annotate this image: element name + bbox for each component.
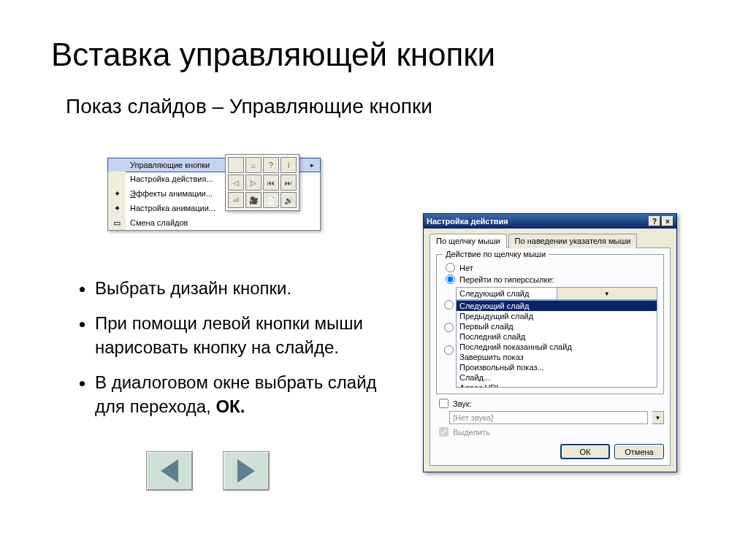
radio-label: Перейти по гиперссылке:: [459, 275, 554, 284]
slide-title: Вставка управляющей кнопки: [51, 37, 748, 73]
help-button[interactable]: ?: [649, 216, 660, 226]
transition-icon: ▭: [108, 215, 126, 230]
list-option[interactable]: Последний слайд: [457, 331, 657, 342]
star-icon: ✦: [108, 201, 126, 215]
highlight-row: Выделить: [439, 427, 664, 437]
dialog-tabs: По щелчку мыши По наведении указателя мы…: [430, 233, 671, 248]
dialog-footer: ОК Отмена: [436, 440, 664, 459]
palette-forward-icon[interactable]: ▷: [245, 174, 262, 191]
sound-combo-row: [Нет звука] ▼: [449, 411, 664, 424]
dialog-title: Настройка действия: [427, 217, 508, 226]
chevron-down-icon[interactable]: ▼: [557, 288, 657, 299]
prev-slide-button[interactable]: [146, 451, 193, 491]
highlight-label: Выделить: [453, 428, 490, 437]
highlight-checkbox: [439, 427, 449, 437]
palette-movie-icon[interactable]: 🎥: [245, 192, 262, 208]
list-option[interactable]: Последний показанный слайд: [457, 342, 657, 352]
palette-home-icon[interactable]: ⌂: [245, 157, 262, 173]
menu-label: Смена слайдов: [130, 218, 188, 227]
chevron-down-icon: ▼: [652, 411, 664, 424]
list-option[interactable]: Произвольный показ...: [457, 362, 657, 372]
list-option[interactable]: Слайд...: [457, 372, 657, 383]
list-option[interactable]: Первый слайд: [457, 321, 657, 331]
action-settings-dialog: Настройка действия ? × По щелчку мыши По…: [423, 213, 677, 472]
sound-combo: [Нет звука]: [449, 411, 648, 424]
menu-label: Настройка анимации...: [130, 204, 215, 212]
list-option[interactable]: Адрес URL...: [457, 383, 657, 388]
list-item: В диалоговом окне выбрать слайд для пере…: [95, 371, 402, 418]
groupbox-label: Действие по щелчку мыши: [443, 250, 549, 258]
sound-checkbox[interactable]: [439, 399, 449, 408]
radio-input[interactable]: [446, 275, 455, 284]
palette-document-icon[interactable]: 📄: [263, 192, 279, 208]
extra-radio-column: [444, 300, 454, 355]
hyperlink-combo[interactable]: Следующий слайд ▼: [456, 287, 657, 300]
menu-label: Управляющие кнопки: [130, 161, 210, 169]
sound-row: Звук:: [439, 399, 664, 408]
submenu-arrow-icon: ▸: [310, 161, 317, 169]
tab-pane: Действие по щелчку мыши Нет Перейти по г…: [430, 248, 671, 466]
menu-label: Настройка действия...: [130, 174, 213, 183]
radio-run-program[interactable]: [444, 300, 454, 310]
sound-label: Звук:: [453, 399, 472, 408]
close-button[interactable]: ×: [662, 216, 673, 226]
ok-button[interactable]: ОК: [560, 444, 610, 459]
tab-mouse-click[interactable]: По щелчку мыши: [430, 234, 507, 248]
menu-item-slide-transition[interactable]: ▭ Смена слайдов: [108, 215, 320, 230]
action-groupbox: Действие по щелчку мыши Нет Перейти по г…: [436, 254, 664, 394]
list-option[interactable]: Следующий слайд: [457, 301, 657, 311]
palette-help-icon[interactable]: ?: [263, 157, 279, 173]
combo-value: Следующий слайд: [457, 289, 557, 298]
palette-sound-icon[interactable]: 🔊: [280, 192, 297, 208]
radio-run-macro[interactable]: [444, 323, 454, 332]
next-slide-button[interactable]: [223, 451, 270, 491]
slide-subtitle: Показ слайдов – Управляющие кнопки: [66, 95, 748, 118]
dialog-titlebar[interactable]: Настройка действия ? ×: [424, 214, 676, 229]
radio-label: Нет: [459, 264, 473, 272]
palette-info-icon[interactable]: i: [280, 157, 297, 173]
radio-input[interactable]: [446, 263, 455, 272]
sound-value: [Нет звука]: [453, 413, 493, 422]
menu-icon: [108, 172, 126, 186]
palette-last-icon[interactable]: ⏭: [280, 174, 297, 191]
list-item: Выбрать дизайн кнопки.: [95, 277, 402, 300]
list-option[interactable]: Завершить показ: [457, 352, 657, 362]
radio-object-action[interactable]: [444, 345, 454, 355]
tab-mouse-over[interactable]: По наведении указателя мыши: [508, 234, 638, 248]
triangle-right-icon: [237, 459, 255, 483]
radio-hyperlink[interactable]: Перейти по гиперссылке:: [446, 275, 657, 284]
palette-return-icon[interactable]: ⏎: [228, 192, 244, 208]
menu-icon: [108, 158, 126, 172]
menu-label: Эффекты анимации...: [130, 189, 213, 198]
cancel-button[interactable]: Отмена: [614, 444, 664, 459]
star-icon: ✦: [108, 186, 126, 201]
palette-blank[interactable]: [228, 157, 244, 173]
action-button-palette: ⌂ ? i ◁ ▷ ⏮ ⏭ ⏎ 🎥 📄 🔊: [225, 154, 299, 211]
radio-none[interactable]: Нет: [446, 263, 657, 272]
palette-first-icon[interactable]: ⏮: [263, 174, 279, 191]
triangle-left-icon: [161, 459, 178, 483]
palette-back-icon[interactable]: ◁: [228, 174, 244, 191]
list-item: При помощи левой кнопки мыши нарисовать …: [95, 312, 402, 359]
instruction-list: Выбрать дизайн кнопки. При помощи левой …: [66, 277, 402, 430]
hyperlink-listbox[interactable]: Следующий слайд Предыдущий слайд Первый …: [456, 300, 657, 388]
list-option[interactable]: Предыдущий слайд: [457, 311, 657, 321]
